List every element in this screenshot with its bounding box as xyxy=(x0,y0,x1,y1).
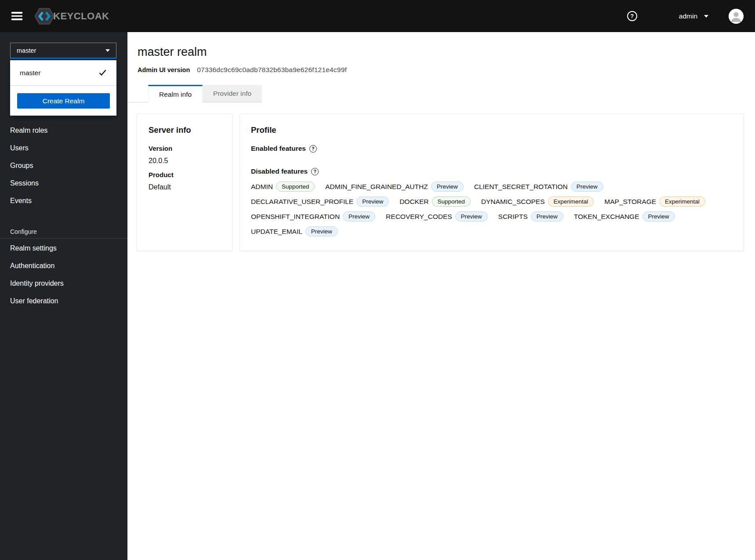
brand-text: KEYCLOAK xyxy=(53,11,109,22)
feature-name: ADMIN_FINE_GRAINED_AUTHZ xyxy=(325,183,428,191)
sidebar-item-realm-settings[interactable]: Realm settings xyxy=(0,240,127,257)
feature-badge: Preview xyxy=(571,182,603,192)
configure-section-title: Configure xyxy=(0,225,127,239)
feature-badge: Supported xyxy=(276,182,315,192)
profile-card: Profile Enabled features ? Disabled feat… xyxy=(240,114,744,251)
sidebar-item-sessions[interactable]: Sessions xyxy=(0,175,127,192)
chevron-down-icon xyxy=(105,49,110,52)
feature-item: CLIENT_SECRET_ROTATION Preview xyxy=(474,182,603,192)
main-content: master realm Admin UI version 07336dc9c6… xyxy=(127,32,755,560)
content-section: Server info Version 20.0.5 Product Defau… xyxy=(127,102,755,251)
feature-name: OPENSHIFT_INTEGRATION xyxy=(251,213,340,221)
sidebar-item-user-federation[interactable]: User federation xyxy=(0,292,127,310)
enabled-features-help-icon[interactable]: ? xyxy=(309,145,317,153)
check-icon xyxy=(98,69,107,77)
sidebar-item-realm-roles[interactable]: Realm roles xyxy=(0,122,127,139)
feature-badge: Preview xyxy=(431,182,464,192)
sidebar: master master Create Realm Realm roles U… xyxy=(0,32,127,560)
feature-item: ADMIN Supported xyxy=(251,182,315,192)
server-info-card: Server info Version 20.0.5 Product Defau… xyxy=(137,114,232,251)
disabled-features-list: ADMIN Supported ADMIN_FINE_GRAINED_AUTHZ… xyxy=(251,182,733,236)
feature-name: CLIENT_SECRET_ROTATION xyxy=(474,183,568,191)
sidebar-configure-section: Configure Realm settings Authentication … xyxy=(0,225,127,310)
feature-badge: Supported xyxy=(432,196,471,207)
help-icon[interactable]: ? xyxy=(627,11,637,21)
feature-name: DOCKER xyxy=(399,198,428,206)
user-menu-label: admin xyxy=(679,12,697,20)
realm-dropdown-panel: master Create Realm xyxy=(10,60,116,116)
feature-item: SCRIPTS Preview xyxy=(498,211,563,222)
tab-bar: Realm info Provider info xyxy=(127,85,755,102)
user-menu[interactable]: admin xyxy=(679,12,708,20)
person-icon xyxy=(729,9,744,24)
tab-provider-info[interactable]: Provider info xyxy=(203,85,262,102)
feature-item: UPDATE_EMAIL Preview xyxy=(251,226,338,236)
feature-name: MAP_STORAGE xyxy=(604,198,656,206)
feature-item: ADMIN_FINE_GRAINED_AUTHZ Preview xyxy=(325,182,463,192)
topbar: KEYCLOAK ? admin xyxy=(0,0,755,32)
feature-name: SCRIPTS xyxy=(498,213,528,221)
profile-title: Profile xyxy=(251,125,733,135)
feature-name: ADMIN xyxy=(251,183,273,191)
server-info-field-label: Version xyxy=(149,145,221,152)
feature-item: MAP_STORAGE Experimental xyxy=(604,196,705,207)
sidebar-item-authentication[interactable]: Authentication xyxy=(0,257,127,275)
feature-badge: Preview xyxy=(356,196,389,207)
feature-item: DOCKER Supported xyxy=(399,196,471,207)
feature-badge: Preview xyxy=(305,226,338,236)
admin-ui-version-label: Admin UI version xyxy=(138,66,190,73)
feature-item: RECOVERY_CODES Preview xyxy=(386,211,487,222)
feature-name: DECLARATIVE_USER_PROFILE xyxy=(251,198,353,206)
sidebar-item-identity-providers[interactable]: Identity providers xyxy=(0,275,127,292)
feature-name: DYNAMIC_SCOPES xyxy=(481,198,545,206)
realm-option-label: master xyxy=(20,69,40,77)
feature-badge: Experimental xyxy=(659,196,705,207)
feature-badge: Preview xyxy=(343,211,375,222)
feature-badge: Preview xyxy=(455,211,488,222)
feature-item: DECLARATIVE_USER_PROFILE Preview xyxy=(251,196,389,207)
keycloak-logo: KEYCLOAK xyxy=(34,7,109,25)
feature-badge: Experimental xyxy=(548,196,594,207)
realm-selector-value: master xyxy=(17,47,36,54)
server-info-field-value: Default xyxy=(149,183,221,191)
disabled-features-label: Disabled features ? xyxy=(251,167,733,175)
server-info-title: Server info xyxy=(149,125,221,135)
sidebar-item-groups[interactable]: Groups xyxy=(0,157,127,175)
keycloak-hexagon-icon xyxy=(34,7,55,25)
page-header: master realm Admin UI version 07336dc9c6… xyxy=(127,32,755,74)
sidebar-nav: Realm roles Users Groups Sessions Events xyxy=(0,122,127,210)
disabled-features-help-icon[interactable]: ? xyxy=(311,168,319,175)
sidebar-item-events[interactable]: Events xyxy=(0,192,127,210)
sidebar-item-users[interactable]: Users xyxy=(0,139,127,157)
feature-badge: Preview xyxy=(531,211,563,222)
enabled-features-label: Enabled features ? xyxy=(251,145,733,153)
realm-option-master[interactable]: master xyxy=(10,60,116,86)
admin-ui-version-row: Admin UI version 07336dc9c69c0adb7832b63… xyxy=(138,66,744,74)
feature-badge: Preview xyxy=(642,211,675,222)
server-info-list: Version 20.0.5 Product Default xyxy=(149,145,221,191)
server-info-field-label: Product xyxy=(149,171,221,178)
feature-item: TOKEN_EXCHANGE Preview xyxy=(574,211,675,222)
topbar-actions: ? admin xyxy=(627,9,744,24)
admin-ui-version-value: 07336dc9c69c0adb7832b63ba9e626f121e4c99f xyxy=(197,66,347,74)
feature-item: OPENSHIFT_INTEGRATION Preview xyxy=(251,211,375,222)
feature-item: DYNAMIC_SCOPES Experimental xyxy=(481,196,594,207)
avatar[interactable] xyxy=(729,9,744,24)
server-info-field-value: 20.0.5 xyxy=(149,157,221,165)
hamburger-menu-icon[interactable] xyxy=(11,12,22,20)
tab-realm-info[interactable]: Realm info xyxy=(148,85,203,102)
feature-name: UPDATE_EMAIL xyxy=(251,228,302,236)
feature-name: TOKEN_EXCHANGE xyxy=(574,213,639,221)
chevron-down-icon xyxy=(704,15,708,18)
create-realm-button[interactable]: Create Realm xyxy=(17,93,110,109)
page-title: master realm xyxy=(138,45,744,59)
feature-name: RECOVERY_CODES xyxy=(386,213,452,221)
realm-selector[interactable]: master xyxy=(10,43,116,59)
tab-bar-spacer xyxy=(127,85,148,102)
